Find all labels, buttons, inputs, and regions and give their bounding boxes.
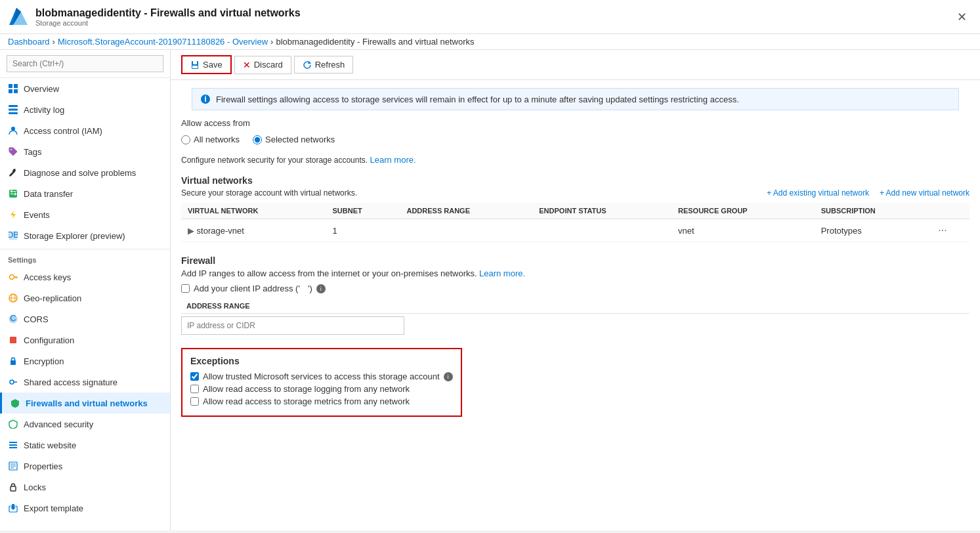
list2-icon <box>8 461 18 471</box>
add-new-vnet-link[interactable]: + Add new virtual network <box>880 188 969 198</box>
grid-icon <box>8 83 18 94</box>
page-subtitle: Storage account <box>35 19 301 27</box>
add-existing-vnet-link[interactable]: + Add existing virtual network <box>767 188 869 198</box>
sidebar-item-label-shared-access-signature: Shared access signature <box>24 377 117 387</box>
sidebar-item-diagnose[interactable]: Diagnose and solve problems <box>0 162 170 183</box>
sidebar-item-label-locks: Locks <box>24 482 46 492</box>
breadcrumb-dashboard[interactable]: Dashboard <box>8 37 50 47</box>
ip-address-input[interactable] <box>181 316 404 335</box>
exception-1-info-icon[interactable]: i <box>444 372 453 381</box>
bolt-icon <box>8 209 18 220</box>
settings-section-header: Settings <box>0 249 170 266</box>
client-ip-checkbox[interactable] <box>181 284 190 293</box>
sidebar-item-configuration[interactable]: Configuration <box>0 330 170 351</box>
sidebar-item-properties[interactable]: Properties <box>0 456 170 477</box>
globe-icon <box>8 293 18 303</box>
sidebar-item-cors[interactable]: C CORS <box>0 309 170 330</box>
sidebar-item-geo-replication[interactable]: Geo-replication <box>0 288 170 309</box>
page-title: blobmanagedidentity - Firewalls and virt… <box>35 7 301 19</box>
info-message: Firewall settings allowing access to sto… <box>216 95 739 104</box>
exception-checkbox-3[interactable] <box>190 397 199 406</box>
radio-selected-networks[interactable]: Selected networks <box>253 135 335 144</box>
client-ip-close: ') <box>308 284 312 293</box>
radio-selected-networks-input[interactable] <box>253 135 262 144</box>
svg-rect-42 <box>192 66 198 68</box>
close-button[interactable]: ✕ <box>952 7 972 27</box>
exception-row-2: Allow read access to storage logging fro… <box>190 384 453 394</box>
exception-checkbox-2[interactable] <box>190 385 199 393</box>
sidebar-item-access-control[interactable]: Access control (IAM) <box>0 120 170 141</box>
allow-access-section: Allow access from All networks Selected … <box>181 118 969 144</box>
svg-rect-5 <box>9 89 12 93</box>
vnet-table: VIRTUAL NETWORK SUBNET ADDRESS RANGE END… <box>181 203 969 242</box>
sidebar-item-label-tags: Tags <box>24 147 41 157</box>
sidebar-item-firewalls-virtual-networks[interactable]: Firewalls and virtual networks <box>0 393 170 414</box>
sidebar-item-label-properties: Properties <box>24 461 62 471</box>
vnet-section-title: Virtual networks <box>181 175 969 186</box>
svg-rect-31 <box>9 444 17 446</box>
svg-point-17 <box>10 275 14 280</box>
svg-rect-26 <box>10 337 16 343</box>
shield-icon <box>10 398 20 408</box>
sidebar-item-label-diagnose: Diagnose and solve problems <box>24 168 136 178</box>
svg-marker-39 <box>11 507 16 510</box>
sidebar-item-advanced-security[interactable]: Advanced security <box>0 414 170 435</box>
sidebar-item-label-configuration: Configuration <box>24 335 74 345</box>
save-button[interactable]: Save <box>181 55 232 74</box>
exception-label-3: Allow read access to storage metrics fro… <box>203 396 410 406</box>
sidebar-item-label-activity-log: Activity log <box>24 105 64 115</box>
svg-point-10 <box>11 127 15 131</box>
exception-checkbox-1[interactable] <box>190 372 199 381</box>
radio-all-networks[interactable]: All networks <box>181 135 240 144</box>
exception-label-1: Allow trusted Microsoft services to acce… <box>203 372 440 381</box>
cell-vnet-name: ▶ storage-vnet <box>181 219 326 242</box>
configure-learn-more[interactable]: Learn more. <box>370 155 415 165</box>
client-ip-label: Add your client IP address (' <box>194 284 300 293</box>
save-label: Save <box>203 60 223 70</box>
client-ip-info-icon[interactable]: i <box>316 284 326 293</box>
sidebar-item-label-storage-explorer: Storage Explorer (preview) <box>24 231 125 241</box>
sidebar-item-static-website[interactable]: Static website <box>0 435 170 456</box>
exception-row-1: Allow trusted Microsoft services to acce… <box>190 372 453 381</box>
discard-label: Discard <box>254 60 283 70</box>
sidebar-item-export-template[interactable]: Export template <box>0 498 170 519</box>
sidebar-item-locks[interactable]: Locks <box>0 477 170 498</box>
sidebar-item-tags[interactable]: Tags <box>0 141 170 162</box>
radio-all-networks-input[interactable] <box>181 135 190 144</box>
sidebar-item-overview[interactable]: Overview <box>0 78 170 99</box>
breadcrumb-storage-account[interactable]: Microsoft.StorageAccount-20190711180826 … <box>58 37 268 47</box>
svg-rect-3 <box>9 84 12 88</box>
refresh-icon <box>303 60 312 70</box>
refresh-button[interactable]: Refresh <box>294 56 354 74</box>
sidebar-item-label-events: Events <box>24 210 50 220</box>
exception-row-3: Allow read access to storage metrics fro… <box>190 396 453 406</box>
row-more-button[interactable]: ··· <box>938 224 947 236</box>
search-input[interactable] <box>7 55 163 72</box>
svg-rect-6 <box>14 89 18 93</box>
transfer-icon: ⇆ <box>8 188 18 199</box>
svg-rect-37 <box>11 486 16 491</box>
address-range-table: ADDRESS RANGE <box>181 299 969 335</box>
export-icon <box>8 503 18 513</box>
expand-arrow[interactable]: ▶ <box>188 226 194 236</box>
sidebar-item-data-transfer[interactable]: ⇆ Data transfer <box>0 183 170 204</box>
exceptions-title: Exceptions <box>190 356 453 366</box>
firewall-learn-more[interactable]: Learn more. <box>479 268 525 278</box>
sidebar-item-activity-log[interactable]: Activity log <box>0 99 170 120</box>
access-radio-group: All networks Selected networks <box>181 135 969 144</box>
cell-subnet: 1 <box>326 219 400 242</box>
sidebar-item-shared-access-signature[interactable]: Shared access signature <box>0 372 170 393</box>
breadcrumb-current: blobmanagedidentity - Firewalls and virt… <box>276 37 474 47</box>
discard-button[interactable]: ✕ Discard <box>234 56 291 74</box>
svg-rect-30 <box>9 442 17 443</box>
sidebar-item-access-keys[interactable]: Access keys <box>0 266 170 288</box>
sidebar-item-label-geo-replication: Geo-replication <box>24 293 81 303</box>
firewall-title: Firewall <box>181 255 969 266</box>
sidebar-item-events[interactable]: Events <box>0 204 170 225</box>
sidebar-item-label-encryption: Encryption <box>24 356 64 366</box>
sidebar-search-container <box>0 50 170 78</box>
sidebar-item-storage-explorer[interactable]: DB Storage Explorer (preview) <box>0 225 170 246</box>
sidebar-item-encryption[interactable]: Encryption <box>0 351 170 372</box>
cell-subscription: Prototypes <box>815 219 932 242</box>
col-virtual-network: VIRTUAL NETWORK <box>181 203 326 219</box>
